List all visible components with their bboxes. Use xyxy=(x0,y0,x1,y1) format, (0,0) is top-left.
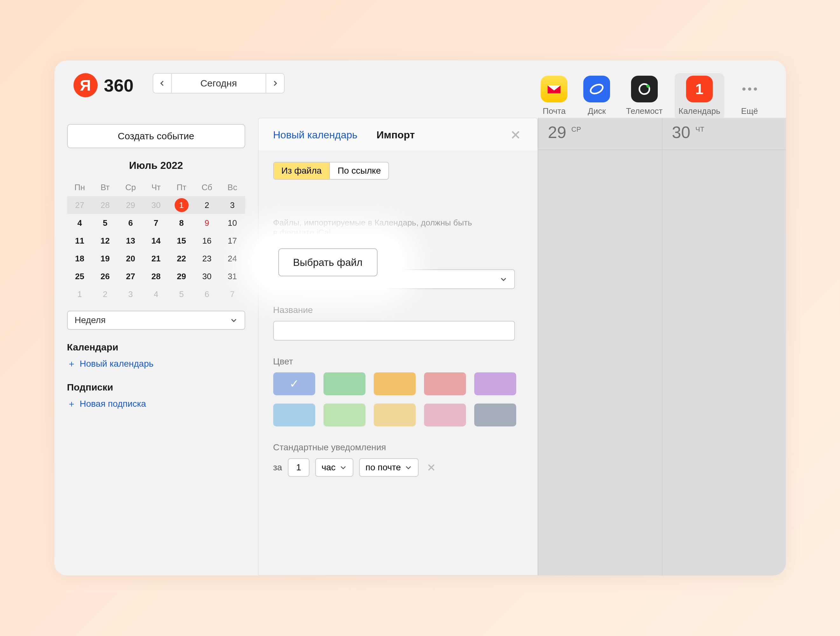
notif-channel-select[interactable]: по почте xyxy=(359,458,418,477)
chevron-down-icon xyxy=(500,275,507,283)
mini-calendar-day[interactable]: 2 xyxy=(93,285,118,303)
mini-calendar-day[interactable]: 25 xyxy=(67,267,93,285)
mini-calendar-day[interactable]: 3 xyxy=(118,285,144,303)
mini-calendar-day[interactable]: 22 xyxy=(169,249,194,267)
color-swatch[interactable] xyxy=(324,372,365,395)
app-disk[interactable]: Диск xyxy=(579,73,614,120)
calendar-icon: 1 xyxy=(686,76,713,103)
color-swatch[interactable] xyxy=(424,404,466,426)
mini-calendar-day[interactable]: 1 xyxy=(67,285,93,303)
mini-calendar-day[interactable]: 8 xyxy=(169,214,194,232)
source-tab-link[interactable]: По ссылке xyxy=(329,163,388,179)
mini-calendar-day[interactable]: 29 xyxy=(169,267,194,285)
app-label: Телемост xyxy=(626,106,663,116)
mini-calendar-dow: Пн xyxy=(67,178,93,196)
mini-calendar-day[interactable]: 29 xyxy=(118,196,144,214)
notif-amount-input[interactable] xyxy=(288,458,309,477)
calendar-name-input[interactable] xyxy=(273,321,515,341)
chevron-left-icon xyxy=(158,79,166,87)
notif-unit-select[interactable]: час xyxy=(315,458,354,477)
close-panel-button[interactable] xyxy=(508,128,523,142)
mini-calendar-dow: Вт xyxy=(93,178,118,196)
notifications-label: Стандартные уведомления xyxy=(273,442,523,453)
grid-column[interactable]: 30ЧТ xyxy=(662,118,786,576)
color-swatch[interactable] xyxy=(374,404,416,426)
mini-calendar-day[interactable]: 16 xyxy=(194,232,220,249)
mini-calendar-day[interactable]: 18 xyxy=(67,249,93,267)
import-panel: Новый календарь Импорт Из файла По ссылк… xyxy=(258,118,538,576)
mini-calendar-day[interactable]: 21 xyxy=(144,249,169,267)
mini-calendar-day[interactable]: 30 xyxy=(194,267,220,285)
remove-notification-button[interactable] xyxy=(424,461,438,475)
mini-calendar-day[interactable]: 20 xyxy=(118,249,144,267)
mini-calendar-day[interactable]: 2 xyxy=(194,196,220,214)
color-swatch[interactable] xyxy=(273,372,315,395)
close-icon xyxy=(510,129,521,140)
mini-calendar-day[interactable]: 6 xyxy=(118,214,144,232)
link-label: Новая подписка xyxy=(80,399,146,409)
mini-calendar-day[interactable]: 28 xyxy=(93,196,118,214)
mini-calendar-day[interactable]: 23 xyxy=(194,249,220,267)
mini-calendar-day[interactable]: 6 xyxy=(194,285,220,303)
view-select[interactable]: Неделя xyxy=(67,311,245,330)
color-swatch[interactable] xyxy=(374,372,416,395)
mini-calendar-day[interactable]: 27 xyxy=(118,267,144,285)
mini-calendar-day[interactable]: 13 xyxy=(118,232,144,249)
svg-point-2 xyxy=(646,85,649,88)
mini-calendar-day[interactable]: 3 xyxy=(220,196,245,214)
color-swatch[interactable] xyxy=(273,404,315,426)
mini-calendar-day[interactable]: 1 xyxy=(169,196,194,214)
mini-calendar-day[interactable]: 7 xyxy=(220,285,245,303)
view-select-value: Неделя xyxy=(75,315,106,325)
choose-file-button[interactable]: Выбрать файл xyxy=(278,248,377,276)
mini-calendar-day[interactable]: 5 xyxy=(169,285,194,303)
app-mail[interactable]: Почта xyxy=(537,73,571,120)
mini-calendar-day[interactable]: 28 xyxy=(144,267,169,285)
color-label: Цвет xyxy=(273,357,523,367)
app-label: Календарь xyxy=(679,106,720,116)
mini-calendar-day[interactable]: 24 xyxy=(220,249,245,267)
mini-calendar-day[interactable]: 27 xyxy=(67,196,93,214)
prev-button[interactable] xyxy=(153,73,172,93)
mini-calendar-day[interactable]: 19 xyxy=(93,249,118,267)
mini-calendar-dow: Ср xyxy=(118,178,144,196)
mini-calendar-day[interactable]: 12 xyxy=(93,232,118,249)
mini-calendar-day[interactable]: 4 xyxy=(144,285,169,303)
color-swatch[interactable] xyxy=(424,372,466,395)
mini-calendar-day[interactable]: 7 xyxy=(144,214,169,232)
chevron-down-icon xyxy=(404,464,412,471)
svg-point-0 xyxy=(589,83,604,95)
mini-calendar-day[interactable]: 30 xyxy=(144,196,169,214)
color-swatch[interactable] xyxy=(324,404,365,426)
new-subscription-link[interactable]: ＋ Новая подписка xyxy=(67,398,245,410)
mini-calendar-day[interactable]: 17 xyxy=(220,232,245,249)
today-button[interactable]: Сегодня xyxy=(172,73,265,93)
mini-calendar-day[interactable]: 5 xyxy=(93,214,118,232)
tab-new-calendar[interactable]: Новый календарь xyxy=(273,129,357,141)
color-swatch[interactable] xyxy=(474,372,516,395)
grid-column-header: 29СР xyxy=(538,118,662,150)
mini-calendar-day[interactable]: 9 xyxy=(194,214,220,232)
color-swatch[interactable] xyxy=(474,404,516,426)
mini-calendar-day[interactable]: 11 xyxy=(67,232,93,249)
app-telemost[interactable]: Телемост xyxy=(622,73,666,120)
new-calendar-link[interactable]: ＋ Новый календарь xyxy=(67,358,245,370)
create-event-button[interactable]: Создать событие xyxy=(67,124,245,148)
mini-calendar-day[interactable]: 26 xyxy=(93,267,118,285)
notification-row: за час по почте xyxy=(273,458,523,477)
mini-calendar-day[interactable]: 10 xyxy=(220,214,245,232)
app-calendar[interactable]: 1 Календарь xyxy=(674,73,724,120)
tab-import[interactable]: Импорт xyxy=(377,129,415,141)
mini-calendar-day[interactable]: 14 xyxy=(144,232,169,249)
week-grid: 29СР30ЧТ xyxy=(538,118,786,576)
notif-prefix: за xyxy=(273,462,282,473)
chevron-down-icon xyxy=(339,464,347,471)
grid-column[interactable]: 29СР xyxy=(538,118,662,576)
mini-calendar-day[interactable]: 15 xyxy=(169,232,194,249)
subscriptions-heading: Подписки xyxy=(67,382,245,393)
source-tab-file[interactable]: Из файла xyxy=(274,163,330,179)
mini-calendar-day[interactable]: 4 xyxy=(67,214,93,232)
more-apps-button[interactable]: Ещё xyxy=(733,73,767,120)
next-button[interactable] xyxy=(265,73,285,93)
mini-calendar-day[interactable]: 31 xyxy=(220,267,245,285)
